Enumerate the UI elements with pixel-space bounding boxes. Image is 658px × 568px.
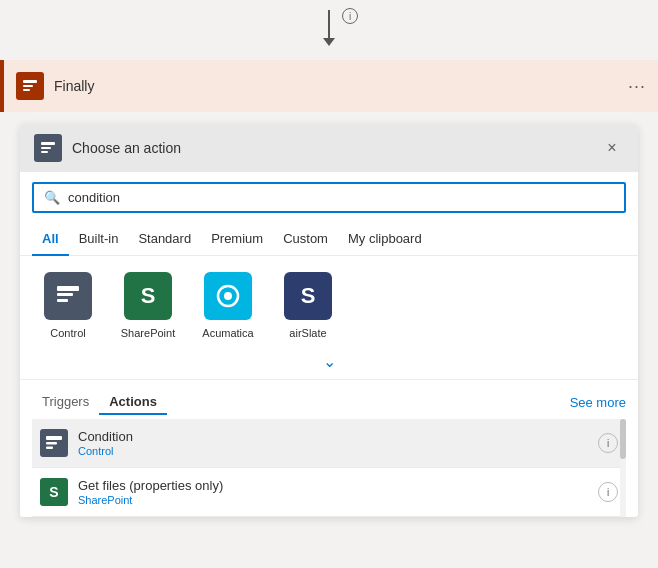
expand-row: ⌄ [20,348,638,380]
action-condition-name: Condition [78,429,598,444]
connector-sharepoint-icon: S [124,272,172,320]
search-box: 🔍 [32,182,626,213]
svg-rect-1 [23,85,33,87]
svg-rect-3 [41,142,55,145]
connector-control-label: Control [50,326,85,340]
panel-header-icon-svg [40,140,56,156]
connector-airslate-label: airSlate [289,326,326,340]
svg-rect-12 [46,442,57,445]
action-condition-icon [40,429,68,457]
tab-all[interactable]: All [32,223,69,256]
close-button[interactable]: × [600,136,624,160]
condition-icon-svg [45,434,63,452]
connector-control[interactable]: Control [36,272,100,340]
tab-builtin[interactable]: Built-in [69,223,129,256]
connector-airslate-text: S [301,283,316,309]
panel-header-title: Choose an action [72,140,590,156]
tab-triggers[interactable]: Triggers [32,390,99,415]
see-more-link[interactable]: See more [570,395,626,410]
svg-rect-11 [46,436,62,440]
tab-actions[interactable]: Actions [99,390,167,415]
control-icon-svg [55,283,81,309]
action-getfiles-text: Get files (properties only) SharePoint [78,478,598,506]
search-input[interactable] [68,190,614,205]
tab-standard[interactable]: Standard [128,223,201,256]
connector-airslate-icon: S [284,272,332,320]
action-getfiles-icon-text: S [49,484,58,500]
connector-sharepoint-label: SharePoint [121,326,175,340]
connector-sharepoint-text: S [141,283,156,309]
arrow-line [328,10,330,38]
action-getfiles-name: Get files (properties only) [78,478,598,493]
svg-rect-4 [41,147,51,149]
action-item-condition[interactable]: Condition Control i [32,419,626,468]
svg-rect-8 [57,299,68,302]
filter-tabs: All Built-in Standard Premium Custom My … [20,223,638,256]
connector-acumatica-label: Acumatica [202,326,253,340]
action-tabs: Triggers Actions [32,390,167,415]
connector-control-icon [44,272,92,320]
scrollbar-thumb [620,419,626,459]
acumatica-icon-svg [214,282,242,310]
svg-rect-7 [57,293,73,296]
connector-acumatica-icon [204,272,252,320]
finally-icon-svg [22,78,38,94]
connector-arrow [323,10,335,46]
action-getfiles-icon: S [40,478,68,506]
section-header: Triggers Actions See more [32,380,626,419]
finally-icon [16,72,44,100]
scrollbar[interactable] [620,419,626,517]
top-connector-area: i [0,0,658,60]
connector-acumatica[interactable]: Acumatica [196,272,260,340]
tab-premium[interactable]: Premium [201,223,273,256]
panel-header: Choose an action × [20,124,638,172]
action-condition-info[interactable]: i [598,433,618,453]
action-condition-source: Control [78,445,598,457]
svg-rect-5 [41,151,48,153]
connectors-grid: Control S SharePoint Acumatica S airSlat… [20,256,638,348]
svg-rect-13 [46,447,53,450]
svg-rect-2 [23,89,30,91]
tab-custom[interactable]: Custom [273,223,338,256]
action-item-getfiles[interactable]: S Get files (properties only) SharePoint… [32,468,626,517]
finally-dots-menu[interactable]: ··· [628,76,646,97]
expand-button[interactable]: ⌄ [323,352,336,371]
svg-rect-0 [23,80,37,83]
action-getfiles-source: SharePoint [78,494,598,506]
connector-info-icon[interactable]: i [342,8,358,24]
svg-rect-6 [57,286,79,291]
choose-action-panel: Choose an action × 🔍 All Built-in Standa… [20,124,638,517]
svg-point-10 [224,292,232,300]
panel-header-icon [34,134,62,162]
action-getfiles-info[interactable]: i [598,482,618,502]
finally-title: Finally [54,78,628,94]
connector-airslate[interactable]: S airSlate [276,272,340,340]
finally-bar: Finally ··· [0,60,658,112]
action-condition-text: Condition Control [78,429,598,457]
action-list: Condition Control i S Get files (propert… [32,419,626,517]
arrow-head [323,38,335,46]
tab-myclipboard[interactable]: My clipboard [338,223,432,256]
connector-sharepoint[interactable]: S SharePoint [116,272,180,340]
search-icon: 🔍 [44,190,60,205]
bottom-section: Triggers Actions See more Condition Cont… [20,380,638,517]
